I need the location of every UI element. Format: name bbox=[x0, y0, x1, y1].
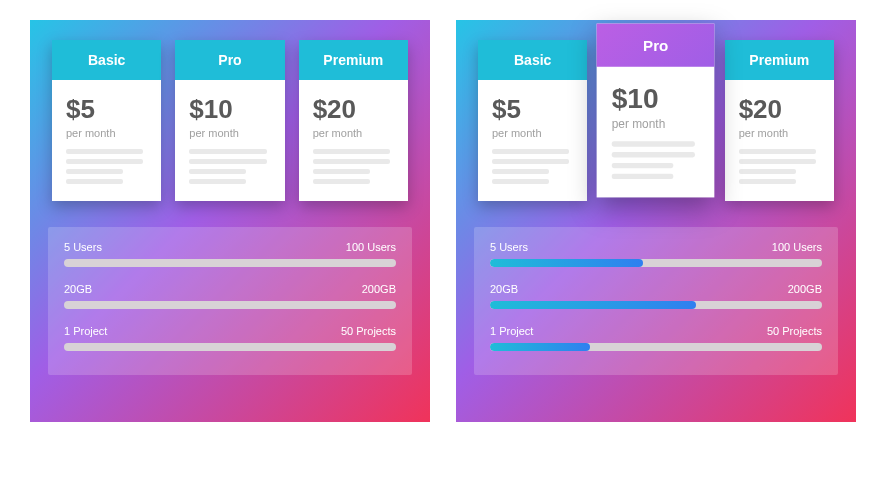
slider-min-label: 5 Users bbox=[490, 241, 528, 253]
slider-max-label: 100 Users bbox=[772, 241, 822, 253]
plan-price: $5 bbox=[66, 94, 147, 125]
slider-projects: 1 Project 50 Projects bbox=[64, 325, 396, 351]
plan-card-basic[interactable]: Basic $5 per month bbox=[478, 40, 587, 201]
slider-users: 5 Users 100 Users bbox=[490, 241, 822, 267]
slider-track[interactable] bbox=[64, 259, 396, 267]
plan-period: per month bbox=[739, 127, 820, 139]
placeholder-line bbox=[66, 159, 143, 164]
plan-name: Premium bbox=[725, 40, 834, 80]
slider-min-label: 20GB bbox=[64, 283, 92, 295]
slider-max-label: 200GB bbox=[788, 283, 822, 295]
placeholder-line bbox=[739, 169, 796, 174]
plan-price: $10 bbox=[189, 94, 270, 125]
placeholder-line bbox=[612, 141, 695, 146]
plan-card-premium[interactable]: Premium $20 per month bbox=[299, 40, 408, 201]
placeholder-line bbox=[66, 149, 143, 154]
slider-track[interactable] bbox=[64, 343, 396, 351]
plan-period: per month bbox=[612, 118, 700, 131]
placeholder-line bbox=[492, 159, 569, 164]
placeholder-line bbox=[612, 163, 673, 168]
placeholder-line bbox=[189, 159, 266, 164]
plan-card-pro[interactable]: Pro $10 per month bbox=[175, 40, 284, 201]
slider-storage: 20GB 200GB bbox=[64, 283, 396, 309]
slider-projects: 1 Project 50 Projects bbox=[490, 325, 822, 351]
slider-max-label: 100 Users bbox=[346, 241, 396, 253]
feature-sliders: 5 Users 100 Users 20GB 200GB 1 Project bbox=[48, 227, 412, 375]
slider-max-label: 200GB bbox=[362, 283, 396, 295]
plan-cards: Basic $5 per month Pro $10 per month bbox=[48, 40, 412, 201]
pricing-panel-default: Basic $5 per month Pro $10 per month bbox=[30, 20, 430, 422]
placeholder-line bbox=[612, 174, 673, 179]
plan-name: Basic bbox=[52, 40, 161, 80]
slider-track[interactable] bbox=[64, 301, 396, 309]
placeholder-line bbox=[313, 149, 390, 154]
placeholder-line bbox=[313, 169, 370, 174]
slider-max-label: 50 Projects bbox=[767, 325, 822, 337]
placeholder-line bbox=[492, 179, 549, 184]
plan-period: per month bbox=[66, 127, 147, 139]
placeholder-line bbox=[492, 169, 549, 174]
slider-fill bbox=[490, 259, 643, 267]
placeholder-line bbox=[66, 169, 123, 174]
placeholder-line bbox=[189, 169, 246, 174]
slider-fill bbox=[490, 343, 590, 351]
plan-price: $20 bbox=[313, 94, 394, 125]
slider-storage: 20GB 200GB bbox=[490, 283, 822, 309]
plan-card-premium[interactable]: Premium $20 per month bbox=[725, 40, 834, 201]
slider-track[interactable] bbox=[490, 301, 822, 309]
plan-period: per month bbox=[189, 127, 270, 139]
plan-cards: Basic $5 per month Pro $10 per month bbox=[474, 40, 838, 201]
plan-card-pro[interactable]: Pro $10 per month bbox=[597, 24, 715, 198]
slider-min-label: 20GB bbox=[490, 283, 518, 295]
plan-period: per month bbox=[313, 127, 394, 139]
placeholder-line bbox=[313, 159, 390, 164]
pricing-panel-active: Basic $5 per month Pro $10 per month bbox=[456, 20, 856, 422]
slider-track[interactable] bbox=[490, 343, 822, 351]
plan-name: Basic bbox=[478, 40, 587, 80]
placeholder-line bbox=[66, 179, 123, 184]
placeholder-line bbox=[189, 179, 246, 184]
slider-fill bbox=[490, 301, 696, 309]
slider-track[interactable] bbox=[490, 259, 822, 267]
placeholder-line bbox=[739, 159, 816, 164]
plan-name: Pro bbox=[597, 24, 715, 67]
plan-name: Premium bbox=[299, 40, 408, 80]
placeholder-line bbox=[189, 149, 266, 154]
slider-users: 5 Users 100 Users bbox=[64, 241, 396, 267]
slider-min-label: 5 Users bbox=[64, 241, 102, 253]
placeholder-line bbox=[612, 152, 695, 157]
plan-name: Pro bbox=[175, 40, 284, 80]
slider-min-label: 1 Project bbox=[490, 325, 533, 337]
plan-price: $10 bbox=[612, 82, 700, 115]
placeholder-line bbox=[739, 179, 796, 184]
plan-price: $5 bbox=[492, 94, 573, 125]
slider-max-label: 50 Projects bbox=[341, 325, 396, 337]
slider-min-label: 1 Project bbox=[64, 325, 107, 337]
placeholder-line bbox=[492, 149, 569, 154]
placeholder-line bbox=[313, 179, 370, 184]
plan-price: $20 bbox=[739, 94, 820, 125]
placeholder-line bbox=[739, 149, 816, 154]
feature-sliders: 5 Users 100 Users 20GB 200GB 1 Project bbox=[474, 227, 838, 375]
plan-card-basic[interactable]: Basic $5 per month bbox=[52, 40, 161, 201]
plan-period: per month bbox=[492, 127, 573, 139]
